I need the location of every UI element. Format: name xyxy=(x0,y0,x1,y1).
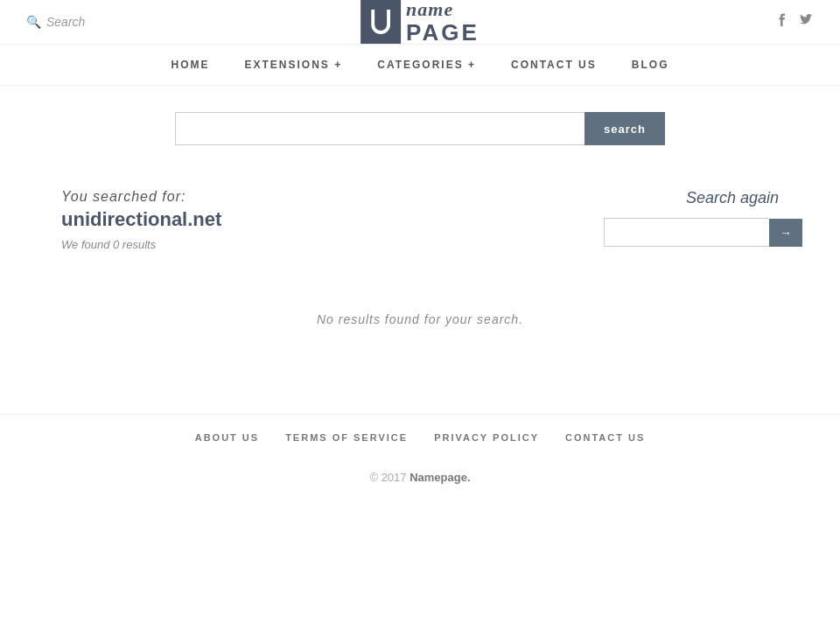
footer-nav-terms[interactable]: TERMS OF SERVICE xyxy=(285,432,408,443)
search-button[interactable]: search xyxy=(584,112,665,145)
search-again-button[interactable]: → xyxy=(769,219,802,247)
brand-link[interactable]: Namepage. xyxy=(410,471,470,484)
logo-u-shape xyxy=(371,10,390,34)
searched-for-label: You searched for: xyxy=(61,189,569,205)
footer-nav-contact[interactable]: CONTACT US xyxy=(565,432,645,443)
footer-nav-privacy[interactable]: PRIVACY POLICY xyxy=(434,432,539,443)
no-results-message: No results found for your search. xyxy=(0,277,840,361)
nav-item-categories[interactable]: CATEGORIES + xyxy=(377,59,476,71)
nav-item-home[interactable]: HOME xyxy=(172,59,210,71)
search-input[interactable] xyxy=(175,112,584,145)
logo-text-group: name PAGE xyxy=(406,0,480,45)
twitter-icon[interactable] xyxy=(800,13,814,31)
footer-copyright: © 2017 Namepage. xyxy=(0,460,840,510)
results-area: You searched for: unidirectional.net We … xyxy=(26,189,814,251)
main-nav: HOME EXTENSIONS + CATEGORIES + CONTACT U… xyxy=(0,45,840,86)
copyright-text: © 2017 xyxy=(369,471,406,484)
results-count: We found 0 results xyxy=(61,238,569,251)
header-search[interactable]: 🔍 Search xyxy=(26,15,85,29)
results-right: Search again → xyxy=(604,189,779,251)
search-icon: 🔍 xyxy=(26,15,41,29)
searched-term: unidirectional.net xyxy=(61,208,569,231)
search-again-input[interactable] xyxy=(604,218,769,247)
logo[interactable]: name PAGE xyxy=(360,0,480,45)
header: 🔍 Search name PAGE xyxy=(0,0,840,45)
footer-nav-about[interactable]: ABOUT US xyxy=(195,432,259,443)
logo-box xyxy=(360,0,401,44)
nav-item-blog[interactable]: BLOG xyxy=(632,59,669,71)
search-section: search xyxy=(0,86,840,163)
search-again-title: Search again xyxy=(604,189,779,207)
search-again-container: → xyxy=(604,218,779,247)
logo-page-text: PAGE xyxy=(406,20,480,46)
header-search-label: Search xyxy=(46,15,85,29)
nav-item-extensions[interactable]: EXTENSIONS + xyxy=(245,59,343,71)
results-left: You searched for: unidirectional.net We … xyxy=(61,189,569,251)
footer-nav: ABOUT US TERMS OF SERVICE PRIVACY POLICY… xyxy=(0,414,840,460)
facebook-icon[interactable] xyxy=(775,13,789,31)
logo-name-text: name xyxy=(406,0,480,20)
header-social xyxy=(775,13,814,31)
search-bar-container: search xyxy=(175,112,665,145)
nav-item-contact[interactable]: CONTACT US xyxy=(511,59,597,71)
